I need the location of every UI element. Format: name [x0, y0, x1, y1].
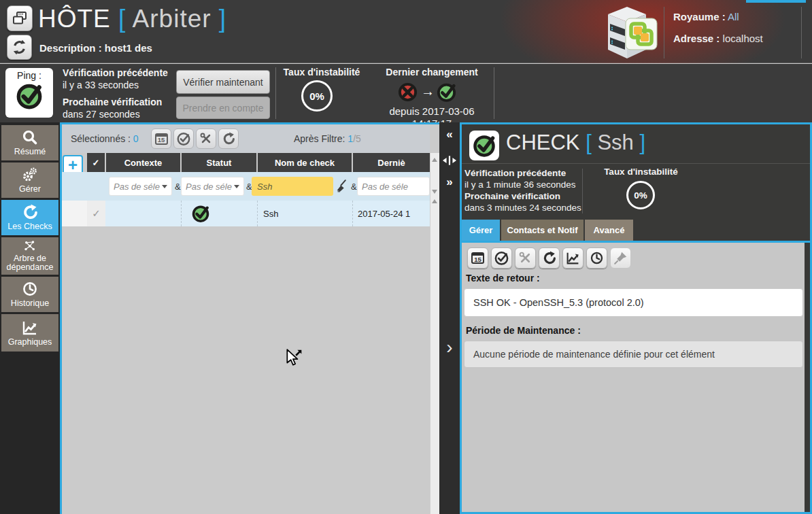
calendar-icon: 15	[155, 133, 168, 145]
tools-icon	[199, 132, 213, 145]
header-divider	[664, 7, 664, 58]
previous-check-label: Vérification précédente	[63, 67, 168, 79]
last-check-filter-dropdown[interactable]: Pas de séle	[357, 177, 430, 196]
windows-icon	[12, 10, 28, 27]
open-panel-button[interactable]: ›	[439, 337, 460, 358]
scroll-up-arrow[interactable]	[432, 199, 437, 203]
row-select-checkbox[interactable]: ✓	[87, 201, 105, 226]
top-accent-strip	[746, 0, 806, 3]
entity-name: Arbiter	[133, 5, 212, 33]
dropdown-placeholder: Pas de séle	[362, 182, 425, 192]
realm-value: All	[728, 11, 739, 22]
row-cell-contexte[interactable]	[105, 201, 181, 226]
previous-state-critical-icon	[397, 82, 418, 103]
column-header-select-all[interactable]: ✓	[87, 153, 105, 172]
host-check-times: Vérification précédente il y a 33 second…	[63, 67, 168, 120]
recheck-button[interactable]	[218, 128, 239, 149]
gears-icon	[22, 167, 38, 183]
line-chart-icon	[22, 320, 38, 336]
sidebar-item-les-checks[interactable]: Les Checks	[1, 200, 58, 235]
host-instability-ring: 0%	[301, 80, 333, 112]
sidebar-item-resume[interactable]: Résumé	[1, 125, 58, 160]
next-check-value: dans 27 secondes	[63, 108, 168, 120]
recheck-button[interactable]	[539, 247, 560, 269]
table-scrollbar[interactable]	[430, 153, 439, 514]
chevron-down-icon	[234, 185, 239, 188]
history-button[interactable]	[586, 247, 607, 269]
sidebar-item-label: Les Checks	[7, 222, 52, 231]
sidebar-item-label: Graphiques	[8, 338, 52, 347]
ping-card: Ping :	[5, 68, 53, 118]
previous-check-label: Vérification précédente	[464, 167, 581, 179]
column-header-statut[interactable]: Statut	[182, 153, 256, 172]
panel-info-divider	[582, 169, 583, 213]
last-change-label: Dernier changement	[377, 66, 486, 78]
scroll-up-arrow[interactable]	[432, 158, 437, 162]
acknowledge-button[interactable]: Prendre en compte	[176, 97, 270, 119]
refresh-button[interactable]	[7, 35, 32, 60]
check-name-filter-input[interactable]	[252, 177, 333, 196]
address-label: Adresse :	[673, 33, 720, 44]
maintenance-label: Période de Maintenance :	[466, 325, 581, 336]
sidebar-item-label: Arbre de dépendance	[3, 254, 57, 272]
schedule-button[interactable]: 15	[151, 128, 171, 149]
scroll-down-arrow[interactable]	[432, 190, 437, 194]
tab-gerer[interactable]: Gérer	[462, 220, 500, 241]
after-filter-total: /5	[353, 133, 361, 144]
row-cell-nom-de-check[interactable]: Ssh	[257, 201, 352, 226]
calendar-day: 15	[158, 136, 165, 143]
after-filter-current: 1	[348, 133, 353, 144]
clock-icon	[22, 281, 38, 297]
clear-name-filter-broom-icon[interactable]	[335, 179, 350, 193]
entity-type: HÔTE	[38, 5, 111, 33]
selected-count: 0	[133, 133, 139, 144]
check-now-button[interactable]: Vérifier maintenant	[176, 70, 270, 94]
undo-arrow-icon	[542, 251, 556, 265]
row-cell-derniere-verification[interactable]: 2017-05-24 1	[352, 201, 430, 226]
tools-button[interactable]	[196, 128, 216, 149]
context-filter-dropdown[interactable]: Pas de sélecti	[109, 177, 172, 196]
sidebar-item-gerer[interactable]: Gérer	[1, 162, 58, 198]
graph-button[interactable]	[562, 247, 583, 269]
sidebar-item-label: Historique	[11, 299, 49, 308]
expand-panel-button[interactable]: »	[439, 175, 460, 189]
column-header-nom-de-check[interactable]: Nom de check	[258, 153, 352, 172]
acknowledge-selection-button[interactable]	[173, 128, 194, 149]
return-text-input[interactable]	[464, 288, 803, 317]
header-divider-right	[801, 7, 802, 58]
chevron-down-icon	[162, 185, 167, 188]
pin-button[interactable]	[610, 247, 631, 269]
sidebar-item-label: Résumé	[14, 148, 46, 156]
column-header-contexte[interactable]: Contexte	[106, 153, 180, 172]
maintenance-value-box: Aucune période de maintenance définie po…	[464, 341, 803, 368]
sidebar-item-graphiques[interactable]: Graphiques	[1, 314, 58, 352]
row-cell-statut[interactable]	[181, 201, 257, 226]
tab-contacts-et-notif[interactable]: Contacts et Notif	[501, 220, 583, 241]
filter-and-separator: &	[175, 182, 181, 192]
ping-ok-icon	[15, 82, 44, 110]
clock-icon	[590, 251, 604, 265]
calendar-day: 15	[474, 256, 481, 263]
sidebar-item-historique[interactable]: Historique	[1, 277, 58, 312]
mouse-cursor	[284, 348, 303, 367]
collapse-panel-button[interactable]: «	[439, 128, 460, 141]
host-description: Description : host1 des	[39, 42, 152, 54]
check-instability-value: 0%	[634, 190, 647, 201]
tab-avance[interactable]: Avancé	[585, 220, 633, 241]
status-filter-dropdown[interactable]: Pas de sélecti	[181, 177, 244, 196]
bracket-close: ]	[219, 5, 226, 33]
next-check-label: Prochaine vérification	[63, 96, 168, 108]
line-chart-icon	[566, 251, 580, 265]
sidebar-item-arbre-dependance[interactable]: Arbre de dépendance	[1, 237, 58, 275]
resize-horizontal-icon[interactable]	[443, 156, 456, 165]
tools-button[interactable]	[515, 247, 536, 269]
check-instability-label: Taux d'instabilité	[592, 166, 690, 177]
host-instability-label: Taux d'instabilité	[277, 66, 366, 78]
windows-button[interactable]	[7, 5, 33, 31]
check-instability-ring: 0%	[626, 181, 655, 209]
return-text-label: Texte de retour :	[466, 273, 540, 284]
column-header-derniere[interactable]: Derniè	[353, 153, 430, 172]
bracket-close: ]	[639, 131, 645, 154]
schedule-button[interactable]: 15	[467, 247, 488, 269]
acknowledge-check-button[interactable]	[491, 247, 512, 269]
